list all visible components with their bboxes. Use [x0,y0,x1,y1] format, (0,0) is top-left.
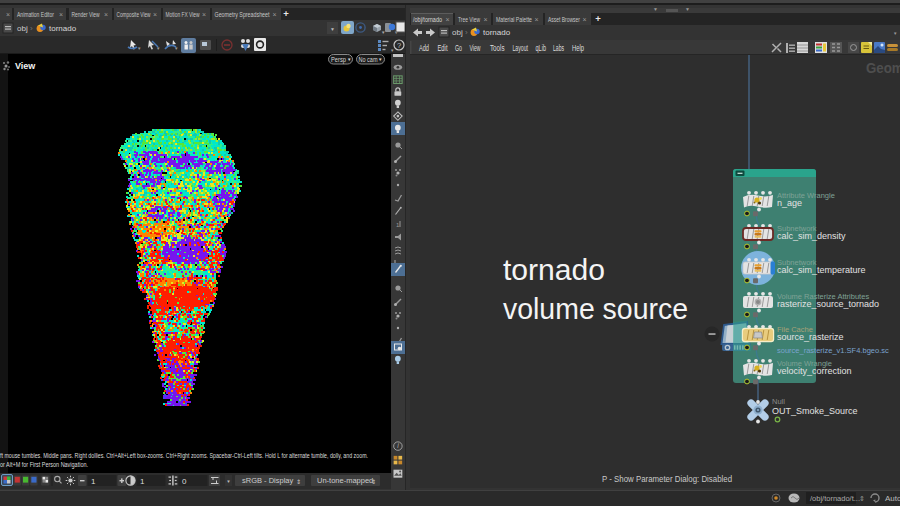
svg-text:Auto Up: Auto Up [885,494,900,503]
svg-text:tornado: tornado [503,253,605,286]
svg-text:⇕: ⇕ [859,495,865,502]
svg-text:volume source: volume source [503,292,688,325]
svg-text:/obj/tornado/t...: /obj/tornado/t... [810,494,860,503]
